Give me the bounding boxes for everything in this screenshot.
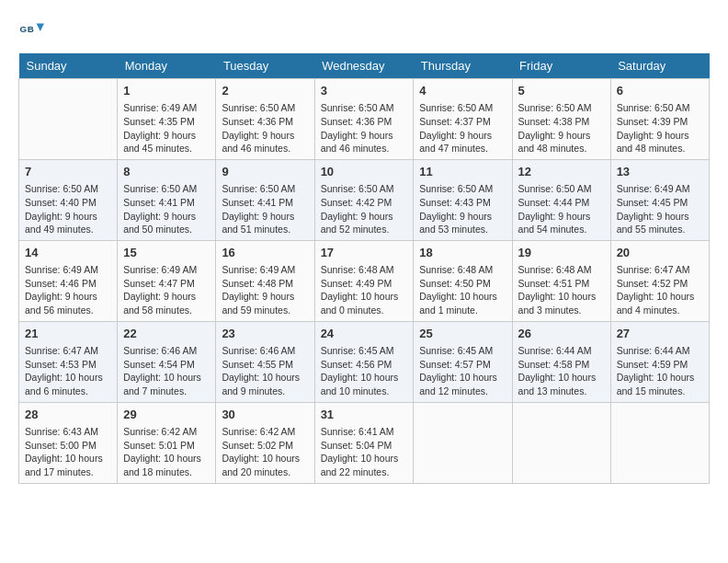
date-number: 13 bbox=[617, 164, 703, 180]
cell-info: Sunrise: 6:48 AMSunset: 4:51 PMDaylight:… bbox=[518, 263, 605, 317]
calendar-cell: 13Sunrise: 6:49 AMSunset: 4:45 PMDayligh… bbox=[610, 159, 709, 240]
day-header-tuesday: Tuesday bbox=[216, 53, 314, 79]
calendar-cell: 7Sunrise: 6:50 AMSunset: 4:40 PMDaylight… bbox=[19, 159, 118, 240]
cell-info: Sunrise: 6:49 AMSunset: 4:47 PMDaylight:… bbox=[123, 263, 210, 317]
cell-info: Sunrise: 6:47 AMSunset: 4:53 PMDaylight:… bbox=[25, 344, 111, 398]
date-number: 26 bbox=[518, 326, 605, 342]
cell-info: Sunrise: 6:43 AMSunset: 5:00 PMDaylight:… bbox=[25, 425, 111, 479]
date-number: 5 bbox=[518, 83, 605, 99]
date-number: 22 bbox=[123, 326, 210, 342]
calendar-cell bbox=[512, 402, 610, 483]
date-number: 18 bbox=[419, 245, 506, 261]
date-number: 7 bbox=[25, 164, 111, 180]
cell-info: Sunrise: 6:50 AMSunset: 4:43 PMDaylight:… bbox=[419, 182, 506, 236]
date-number: 20 bbox=[617, 245, 703, 261]
cell-info: Sunrise: 6:42 AMSunset: 5:02 PMDaylight:… bbox=[222, 425, 308, 479]
date-number: 19 bbox=[518, 245, 605, 261]
date-number: 17 bbox=[321, 245, 408, 261]
cell-info: Sunrise: 6:41 AMSunset: 5:04 PMDaylight:… bbox=[321, 425, 408, 479]
calendar-cell: 1Sunrise: 6:49 AMSunset: 4:35 PMDaylight… bbox=[118, 79, 216, 160]
calendar-week-1: 1Sunrise: 6:49 AMSunset: 4:35 PMDaylight… bbox=[19, 79, 710, 160]
page-header: G B bbox=[18, 18, 710, 44]
date-number: 16 bbox=[222, 245, 308, 261]
date-number: 1 bbox=[123, 83, 210, 99]
cell-info: Sunrise: 6:50 AMSunset: 4:44 PMDaylight:… bbox=[518, 182, 605, 236]
cell-info: Sunrise: 6:49 AMSunset: 4:46 PMDaylight:… bbox=[25, 263, 111, 317]
calendar-cell: 17Sunrise: 6:48 AMSunset: 4:49 PMDayligh… bbox=[314, 240, 414, 321]
calendar-cell: 25Sunrise: 6:45 AMSunset: 4:57 PMDayligh… bbox=[414, 321, 512, 402]
cell-info: Sunrise: 6:44 AMSunset: 4:59 PMDaylight:… bbox=[617, 344, 703, 398]
cell-info: Sunrise: 6:50 AMSunset: 4:36 PMDaylight:… bbox=[321, 101, 408, 155]
cell-info: Sunrise: 6:46 AMSunset: 4:55 PMDaylight:… bbox=[222, 344, 308, 398]
date-number: 14 bbox=[25, 245, 111, 261]
calendar-cell: 28Sunrise: 6:43 AMSunset: 5:00 PMDayligh… bbox=[19, 402, 118, 483]
day-header-saturday: Saturday bbox=[610, 53, 709, 79]
calendar-cell: 22Sunrise: 6:46 AMSunset: 4:54 PMDayligh… bbox=[118, 321, 216, 402]
date-number: 4 bbox=[419, 83, 506, 99]
cell-info: Sunrise: 6:45 AMSunset: 4:57 PMDaylight:… bbox=[419, 344, 506, 398]
logo: G B bbox=[18, 18, 48, 44]
cell-info: Sunrise: 6:50 AMSunset: 4:41 PMDaylight:… bbox=[123, 182, 210, 236]
date-number: 6 bbox=[617, 83, 703, 99]
calendar-cell: 26Sunrise: 6:44 AMSunset: 4:58 PMDayligh… bbox=[512, 321, 610, 402]
cell-info: Sunrise: 6:42 AMSunset: 5:01 PMDaylight:… bbox=[123, 425, 210, 479]
date-number: 31 bbox=[321, 407, 408, 423]
calendar-cell bbox=[19, 79, 118, 160]
date-number: 11 bbox=[419, 164, 506, 180]
calendar-week-5: 28Sunrise: 6:43 AMSunset: 5:00 PMDayligh… bbox=[19, 402, 710, 483]
calendar-cell: 18Sunrise: 6:48 AMSunset: 4:50 PMDayligh… bbox=[414, 240, 512, 321]
calendar-cell: 20Sunrise: 6:47 AMSunset: 4:52 PMDayligh… bbox=[610, 240, 709, 321]
cell-info: Sunrise: 6:48 AMSunset: 4:50 PMDaylight:… bbox=[419, 263, 506, 317]
calendar-cell: 23Sunrise: 6:46 AMSunset: 4:55 PMDayligh… bbox=[216, 321, 314, 402]
cell-info: Sunrise: 6:47 AMSunset: 4:52 PMDaylight:… bbox=[617, 263, 703, 317]
cell-info: Sunrise: 6:50 AMSunset: 4:40 PMDaylight:… bbox=[25, 182, 111, 236]
calendar-week-4: 21Sunrise: 6:47 AMSunset: 4:53 PMDayligh… bbox=[19, 321, 710, 402]
calendar-cell: 30Sunrise: 6:42 AMSunset: 5:02 PMDayligh… bbox=[216, 402, 314, 483]
cell-info: Sunrise: 6:50 AMSunset: 4:38 PMDaylight:… bbox=[518, 101, 605, 155]
calendar-cell: 10Sunrise: 6:50 AMSunset: 4:42 PMDayligh… bbox=[314, 159, 414, 240]
cell-info: Sunrise: 6:46 AMSunset: 4:54 PMDaylight:… bbox=[123, 344, 210, 398]
calendar-cell: 12Sunrise: 6:50 AMSunset: 4:44 PMDayligh… bbox=[512, 159, 610, 240]
cell-info: Sunrise: 6:50 AMSunset: 4:41 PMDaylight:… bbox=[222, 182, 308, 236]
date-number: 27 bbox=[617, 326, 703, 342]
cell-info: Sunrise: 6:50 AMSunset: 4:39 PMDaylight:… bbox=[617, 101, 703, 155]
date-number: 29 bbox=[123, 407, 210, 423]
date-number: 28 bbox=[25, 407, 111, 423]
calendar-cell: 24Sunrise: 6:45 AMSunset: 4:56 PMDayligh… bbox=[314, 321, 414, 402]
calendar-cell bbox=[610, 402, 709, 483]
calendar-cell: 5Sunrise: 6:50 AMSunset: 4:38 PMDaylight… bbox=[512, 79, 610, 160]
cell-info: Sunrise: 6:50 AMSunset: 4:36 PMDaylight:… bbox=[222, 101, 308, 155]
calendar-cell: 4Sunrise: 6:50 AMSunset: 4:37 PMDaylight… bbox=[414, 79, 512, 160]
calendar-cell: 16Sunrise: 6:49 AMSunset: 4:48 PMDayligh… bbox=[216, 240, 314, 321]
calendar-cell: 27Sunrise: 6:44 AMSunset: 4:59 PMDayligh… bbox=[610, 321, 709, 402]
calendar-table: SundayMondayTuesdayWednesdayThursdayFrid… bbox=[18, 53, 710, 484]
calendar-cell: 9Sunrise: 6:50 AMSunset: 4:41 PMDaylight… bbox=[216, 159, 314, 240]
calendar-cell: 8Sunrise: 6:50 AMSunset: 4:41 PMDaylight… bbox=[118, 159, 216, 240]
calendar-cell: 14Sunrise: 6:49 AMSunset: 4:46 PMDayligh… bbox=[19, 240, 118, 321]
calendar-cell: 6Sunrise: 6:50 AMSunset: 4:39 PMDaylight… bbox=[610, 79, 709, 160]
date-number: 15 bbox=[123, 245, 210, 261]
cell-info: Sunrise: 6:49 AMSunset: 4:35 PMDaylight:… bbox=[123, 101, 210, 155]
date-number: 9 bbox=[222, 164, 308, 180]
day-header-wednesday: Wednesday bbox=[314, 53, 414, 79]
date-number: 8 bbox=[123, 164, 210, 180]
date-number: 21 bbox=[25, 326, 111, 342]
calendar-cell: 15Sunrise: 6:49 AMSunset: 4:47 PMDayligh… bbox=[118, 240, 216, 321]
calendar-cell: 29Sunrise: 6:42 AMSunset: 5:01 PMDayligh… bbox=[118, 402, 216, 483]
date-number: 3 bbox=[321, 83, 408, 99]
cell-info: Sunrise: 6:50 AMSunset: 4:37 PMDaylight:… bbox=[419, 101, 506, 155]
day-header-monday: Monday bbox=[118, 53, 216, 79]
day-header-thursday: Thursday bbox=[414, 53, 512, 79]
calendar-week-3: 14Sunrise: 6:49 AMSunset: 4:46 PMDayligh… bbox=[19, 240, 710, 321]
calendar-cell: 21Sunrise: 6:47 AMSunset: 4:53 PMDayligh… bbox=[19, 321, 118, 402]
calendar-cell: 3Sunrise: 6:50 AMSunset: 4:36 PMDaylight… bbox=[314, 79, 414, 160]
cell-info: Sunrise: 6:44 AMSunset: 4:58 PMDaylight:… bbox=[518, 344, 605, 398]
cell-info: Sunrise: 6:48 AMSunset: 4:49 PMDaylight:… bbox=[321, 263, 408, 317]
date-number: 25 bbox=[419, 326, 506, 342]
cell-info: Sunrise: 6:49 AMSunset: 4:48 PMDaylight:… bbox=[222, 263, 308, 317]
logo-icon: G B bbox=[18, 18, 44, 44]
svg-text:G: G bbox=[19, 24, 27, 34]
cell-info: Sunrise: 6:45 AMSunset: 4:56 PMDaylight:… bbox=[321, 344, 408, 398]
calendar-cell: 2Sunrise: 6:50 AMSunset: 4:36 PMDaylight… bbox=[216, 79, 314, 160]
date-number: 12 bbox=[518, 164, 605, 180]
